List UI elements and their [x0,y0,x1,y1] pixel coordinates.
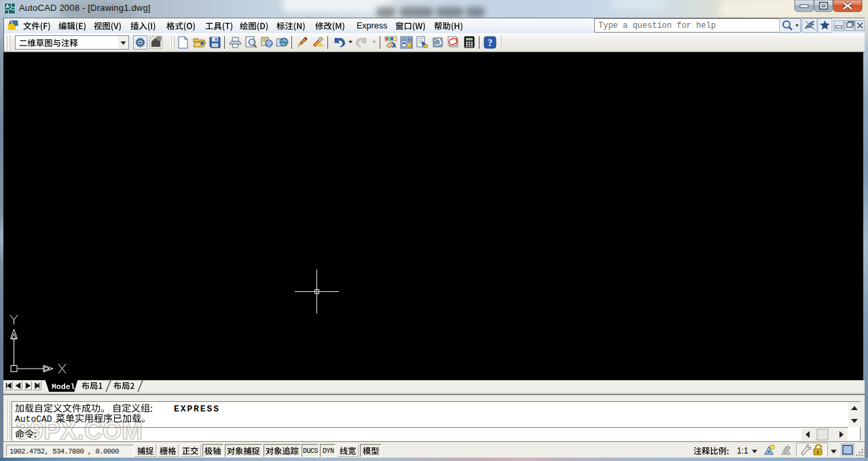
svg-text:?: ? [488,38,492,48]
